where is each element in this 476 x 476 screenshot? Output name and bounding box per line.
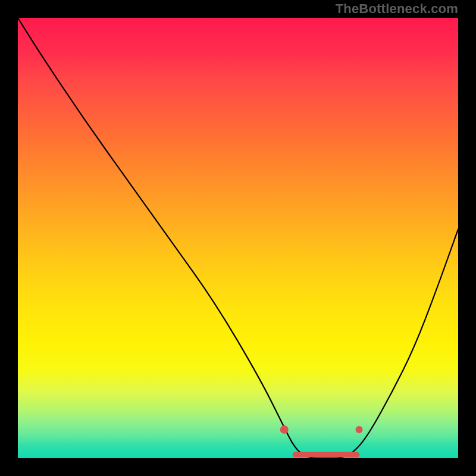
gradient-plot-background	[18, 18, 458, 458]
marker-left	[280, 425, 289, 434]
marker-right	[356, 426, 363, 433]
chart-frame: TheBottleneck.com	[0, 0, 476, 476]
watermark-text: TheBottleneck.com	[336, 1, 458, 17]
bottleneck-curve-path	[18, 18, 458, 458]
bottleneck-curve-svg	[18, 18, 458, 458]
